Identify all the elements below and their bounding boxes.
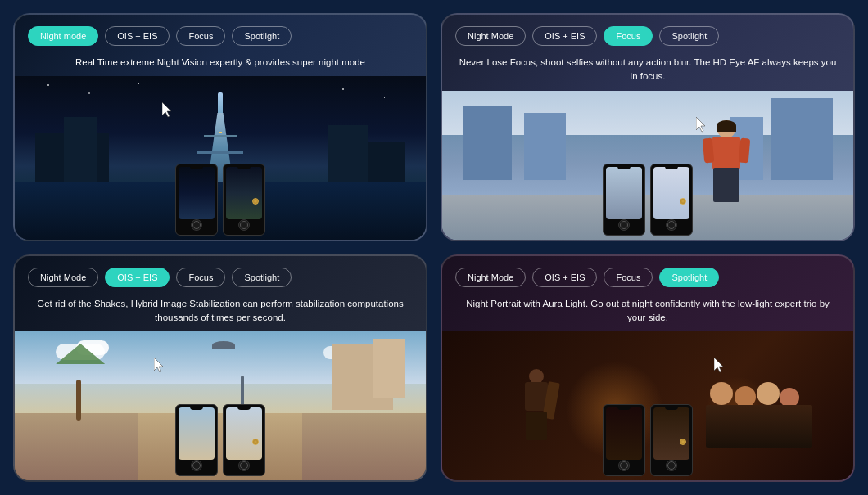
tab-night-mode-1[interactable]: Night mode: [28, 26, 98, 46]
tab-night-mode-4[interactable]: Night Mode: [455, 268, 526, 287]
card-4-visual: [442, 331, 853, 480]
tab-spotlight-2[interactable]: Spotlight: [659, 26, 719, 46]
tab-ois-eis-4[interactable]: OIS + EIS: [532, 268, 597, 287]
tab-group-2: Night Mode OIS + EIS Focus Spotlight: [442, 15, 853, 52]
phone-1b: [223, 164, 265, 236]
phones-group-1: [175, 164, 265, 236]
tab-ois-eis-1[interactable]: OIS + EIS: [105, 26, 170, 46]
phone-4b: [650, 404, 693, 476]
tab-night-mode-3[interactable]: Night Mode: [28, 268, 98, 287]
phones-group-4: [603, 404, 693, 476]
tab-group-3: Night Mode OIS + EIS Focus Spotlight: [15, 256, 426, 294]
card-2-description: Never Lose Focus, shoot selfies without …: [442, 52, 853, 91]
card-focus: Night Mode OIS + EIS Focus Spotlight Nev…: [441, 13, 855, 241]
card-ois: Night Mode OIS + EIS Focus Spotlight Get…: [13, 254, 427, 483]
tab-group-4: Night Mode OIS + EIS Focus Spotlight: [442, 256, 853, 294]
tab-spotlight-4[interactable]: Spotlight: [659, 268, 719, 287]
cursor-4: [714, 358, 726, 377]
phones-group-3: [175, 404, 265, 476]
tab-spotlight-1[interactable]: Spotlight: [232, 26, 292, 46]
card-3-visual: [15, 331, 426, 480]
tab-night-mode-2[interactable]: Night Mode: [455, 26, 526, 46]
tab-ois-eis-2[interactable]: OIS + EIS: [532, 26, 597, 46]
tab-focus-4[interactable]: Focus: [604, 268, 653, 287]
phone-3b: [223, 404, 265, 476]
cursor-3: [154, 358, 165, 377]
card-2-visual: [442, 91, 853, 240]
card-3-description: Get rid of the Shakes, Hybrid Image Stab…: [15, 294, 426, 332]
person-guitarist: [516, 369, 557, 439]
tab-focus-1[interactable]: Focus: [176, 26, 225, 46]
card-4-description: Night Portrait with Aura Light. Go out a…: [442, 294, 853, 332]
tab-ois-eis-3[interactable]: OIS + EIS: [105, 268, 170, 287]
tab-group-1: Night mode OIS + EIS Focus Spotlight: [15, 15, 426, 52]
tab-focus-2[interactable]: Focus: [604, 26, 653, 46]
cursor-2: [696, 117, 708, 137]
person-focus: [702, 120, 751, 202]
phone-2a: [603, 164, 645, 236]
card-1-visual: [15, 76, 426, 239]
card-1-description: Real Time extreme Night Vision expertly …: [15, 52, 426, 76]
phone-2b: [650, 164, 693, 236]
cursor-1: [162, 102, 174, 122]
phones-group-2: [603, 164, 693, 236]
phone-1a: [175, 164, 218, 236]
person-group: [706, 370, 812, 448]
card-spotlight: Night Mode OIS + EIS Focus Spotlight Nig…: [441, 254, 855, 483]
phone-4a: [603, 404, 645, 476]
card-night-mode: Night mode OIS + EIS Focus Spotlight Rea…: [13, 13, 427, 241]
tab-spotlight-3[interactable]: Spotlight: [232, 268, 292, 287]
phone-3a: [175, 404, 218, 476]
tab-focus-3[interactable]: Focus: [176, 268, 225, 287]
